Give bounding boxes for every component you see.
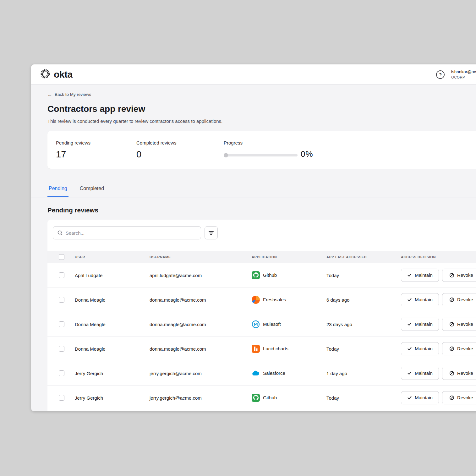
okta-review-window: okta ? ishankor@oc OCORP ← Back to My re…	[31, 64, 476, 411]
slash-circle-icon	[449, 297, 454, 302]
mulesoft-icon	[252, 320, 260, 328]
user-org: OCORP	[451, 75, 476, 80]
search-box	[53, 226, 201, 239]
pending-reviews-value: 17	[56, 149, 66, 160]
search-icon	[57, 230, 63, 236]
revoke-button[interactable]: Revoke	[442, 391, 476, 404]
table-row: Jerry Gergich jerry.gergich@acme.com Git…	[47, 386, 476, 410]
maintain-button[interactable]: Maintain	[401, 318, 439, 331]
user-account: ishankor@oc OCORP	[451, 69, 476, 80]
user-name: Donna Meagle	[75, 297, 106, 302]
user-email: april.ludgate@acme.com	[150, 272, 202, 278]
slash-circle-icon	[449, 395, 454, 400]
app-name: Github	[263, 395, 277, 400]
salesforce-icon	[252, 369, 260, 377]
user-name: Donna Meagle	[75, 346, 106, 351]
review-stats-card: Pending reviews 17 Completed reviews 0 P…	[47, 131, 476, 169]
slash-circle-icon	[449, 371, 454, 376]
completed-reviews-label: Completed reviews	[136, 140, 177, 145]
brand-name: okta	[54, 69, 73, 80]
user-email: jerry.gergich@acme.com	[150, 370, 202, 376]
user-name: Jerry Gergich	[75, 395, 103, 400]
table-row: Donna Meagle donna.meagle@acme.com Fresh…	[47, 287, 476, 312]
completed-reviews-value: 0	[136, 149, 141, 160]
user-email: donna.meagle@acme.com	[150, 346, 206, 351]
row-checkbox[interactable]	[59, 297, 64, 303]
tab-pending[interactable]: Pending	[47, 186, 68, 197]
app-last-accessed: Today	[326, 272, 339, 278]
row-checkbox[interactable]	[59, 346, 64, 352]
table-body: April Ludgate april.ludgate@acme.com Git…	[47, 263, 476, 410]
github-icon	[252, 271, 260, 279]
maintain-button[interactable]: Maintain	[401, 367, 439, 380]
table-row: Jerry Gergich jerry.gergich@acme.com Sal…	[47, 361, 476, 386]
column-access-decision: ACCESS DECISION	[401, 255, 436, 259]
pending-reviews-panel: USER USERNAME APPLICATION APP LAST ACCES…	[47, 220, 476, 411]
progress-bar	[224, 154, 298, 156]
github-icon	[252, 394, 260, 402]
filter-button[interactable]	[205, 226, 218, 239]
help-icon[interactable]: ?	[436, 70, 445, 79]
search-input[interactable]	[66, 230, 201, 236]
revoke-button[interactable]: Revoke	[442, 342, 476, 355]
check-icon	[407, 395, 412, 400]
column-user: USER	[75, 255, 85, 259]
lucidchart-icon	[252, 345, 260, 353]
select-all-checkbox[interactable]	[59, 254, 64, 260]
user-name: Jerry Gergich	[75, 370, 103, 376]
check-icon	[407, 346, 412, 351]
row-checkbox[interactable]	[59, 272, 64, 278]
table-row: Donna Meagle donna.meagle@acme.com Lucid…	[47, 336, 476, 361]
app-name: Freshsales	[263, 297, 286, 302]
tab-completed[interactable]: Completed	[79, 186, 105, 197]
maintain-button[interactable]: Maintain	[401, 293, 439, 306]
progress-label: Progress	[224, 140, 243, 145]
maintain-button[interactable]: Maintain	[401, 391, 439, 404]
check-icon	[407, 371, 412, 375]
tabs-divider	[31, 198, 476, 198]
user-name: April Ludgate	[75, 272, 102, 278]
app-name: Lucid charts	[263, 346, 288, 351]
row-checkbox[interactable]	[59, 321, 64, 327]
column-username: USERNAME	[150, 255, 171, 259]
column-application: APPLICATION	[252, 255, 277, 259]
okta-logo[interactable]: okta	[40, 64, 73, 85]
check-icon	[407, 297, 412, 302]
progress-percent: 0%	[301, 149, 313, 159]
slash-circle-icon	[449, 322, 454, 327]
app-name: Mulesoft	[263, 321, 281, 327]
row-checkbox[interactable]	[59, 370, 64, 376]
user-name: Donna Meagle	[75, 321, 106, 327]
table-row: Donna Meagle donna.meagle@acme.com Mules…	[47, 312, 476, 336]
revoke-button[interactable]: Revoke	[442, 367, 476, 380]
back-link-label: Back to My reviews	[55, 92, 91, 97]
page-subtitle: This review is conducted every quarter t…	[47, 118, 222, 124]
user-email: donna.meagle@acme.com	[150, 297, 206, 302]
app-last-accessed: 6 days ago	[326, 297, 349, 302]
check-icon	[407, 273, 412, 277]
progress-knob	[224, 153, 228, 157]
app-name: Github	[263, 272, 277, 278]
freshsales-icon	[252, 296, 260, 304]
maintain-button[interactable]: Maintain	[401, 342, 439, 355]
app-last-accessed: 1 day ago	[326, 370, 347, 376]
section-heading: Pending reviews	[47, 206, 98, 214]
revoke-button[interactable]: Revoke	[442, 293, 476, 306]
row-checkbox[interactable]	[59, 395, 64, 401]
maintain-button[interactable]: Maintain	[401, 269, 439, 282]
app-name: Salesforce	[263, 370, 285, 376]
slash-circle-icon	[449, 273, 454, 278]
pending-reviews-label: Pending reviews	[56, 140, 90, 145]
column-app-last-accessed: APP LAST ACCESSED	[326, 255, 367, 259]
app-last-accessed: Today	[326, 346, 339, 351]
okta-sunburst-icon	[40, 68, 51, 80]
table-row: April Ludgate april.ludgate@acme.com Git…	[47, 263, 476, 287]
revoke-button[interactable]: Revoke	[442, 318, 476, 331]
top-bar: okta ? ishankor@oc OCORP	[31, 64, 476, 85]
user-email: donna.meagle@acme.com	[150, 321, 206, 327]
user-email: jerry.gergich@acme.com	[150, 395, 202, 400]
back-link[interactable]: ← Back to My reviews	[47, 92, 91, 97]
user-email: ishankor@oc	[451, 69, 476, 75]
app-last-accessed: Today	[326, 395, 339, 400]
revoke-button[interactable]: Revoke	[442, 269, 476, 282]
